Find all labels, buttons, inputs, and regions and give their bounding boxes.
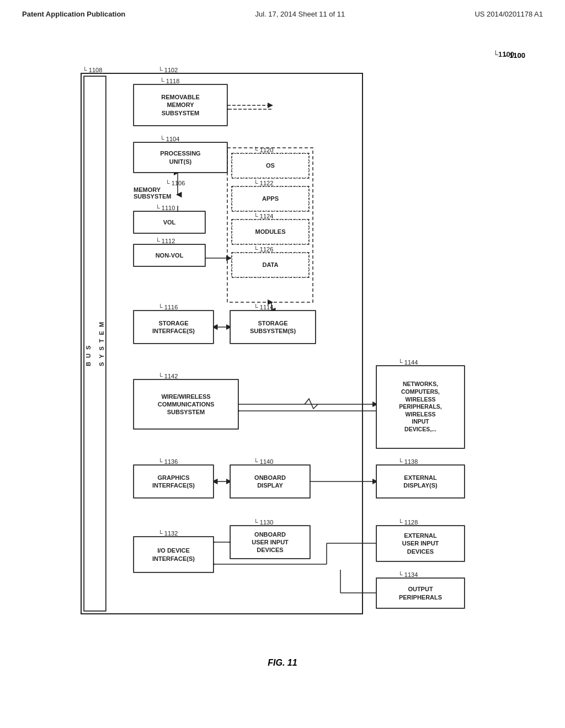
storage-subsystem-box: STORAGESUBSYSTEM(S) xyxy=(230,311,316,344)
storage-interface-box: STORAGEINTERFACE(S) xyxy=(134,311,214,344)
memory-subsystem-label: MEMORYSUBSYSTEM xyxy=(134,186,171,200)
data-box: DATA xyxy=(232,253,309,277)
output-peripherals-box: OUTPUTPERIPHERALS xyxy=(376,578,465,608)
external-user-input-box: EXTERNALUSER INPUTDEVICES xyxy=(376,526,465,561)
ref-1106: └ 1106 xyxy=(166,180,185,186)
ref-1104: └ 1104 xyxy=(160,136,179,142)
header-right: US 2014/0201178 A1 xyxy=(475,10,543,18)
main-ref-1100: └ 1100 xyxy=(502,51,525,60)
onboard-display-box: ONBOARDDISPLAY xyxy=(230,465,310,498)
ref-1124: └ 1124 xyxy=(254,213,273,220)
ref-1134: └ 1134 xyxy=(398,571,418,578)
ref-1140: └ 1140 xyxy=(254,458,273,465)
ref-1136: └ 1136 xyxy=(158,458,178,465)
ref-1138: └ 1138 xyxy=(398,458,418,465)
modules-box: MODULES xyxy=(232,220,309,244)
io-device-box: I/O DEVICEINTERFACE(S) xyxy=(134,537,214,572)
processing-unit-box: PROCESSINGUNIT(S) xyxy=(134,142,227,173)
ref-1118: └ 1118 xyxy=(160,78,179,84)
wire-wireless-box: WIRE/WIRELESSCOMMUNICATIONSSUBSYSTEM xyxy=(134,379,238,429)
ref-1122: └ 1122 xyxy=(254,180,273,186)
vol-box: VOL xyxy=(134,211,205,233)
ref-1130: └ 1130 xyxy=(254,519,273,526)
ref-1120: └ 1120 xyxy=(254,147,273,153)
ref-1128: └ 1128 xyxy=(398,519,418,526)
ref-1102: └ 1102 xyxy=(158,67,178,73)
header: Patent Application Publication Jul. 17, … xyxy=(0,0,565,24)
non-vol-box: NON-VOL xyxy=(134,244,205,266)
ref-1142: └ 1142 xyxy=(158,373,178,379)
ref-1132: └ 1132 xyxy=(158,530,178,537)
ref-1114: └ 1114 xyxy=(254,304,273,311)
onboard-user-input-box: ONBOARDUSER INPUTDEVICES xyxy=(230,526,310,559)
ref-1110: └ 1110 xyxy=(156,205,175,211)
ref-1126: └ 1126 xyxy=(254,246,273,253)
os-box: OS xyxy=(232,153,309,178)
ref-1116: └ 1116 xyxy=(158,304,178,311)
networks-box: NETWORKS,COMPUTERS,WIRELESSPERIPHERALS,W… xyxy=(376,366,465,448)
system-bus-label: S Y S T E M B U S xyxy=(84,76,106,611)
header-left: Patent Application Publication xyxy=(22,10,125,18)
header-center: Jul. 17, 2014 Sheet 11 of 11 xyxy=(255,10,345,18)
ref-1112: └ 1112 xyxy=(156,238,175,244)
graphics-interface-box: GRAPHICSINTERFACE(S) xyxy=(134,465,214,498)
ref-1144: └ 1144 xyxy=(398,359,418,366)
removable-memory-box: REMOVABLEMEMORYSUBSYSTEM xyxy=(134,84,227,126)
figure-label: FIG. 11 xyxy=(0,658,565,668)
external-display-box: EXTERNALDISPLAY(S) xyxy=(376,465,465,498)
apps-box: APPS xyxy=(232,186,309,211)
ref-1108: └ 1108 xyxy=(83,67,102,73)
diagram: └1100 └ 1102 └ 1108 S Y S T E M B U S └ … xyxy=(34,40,531,647)
